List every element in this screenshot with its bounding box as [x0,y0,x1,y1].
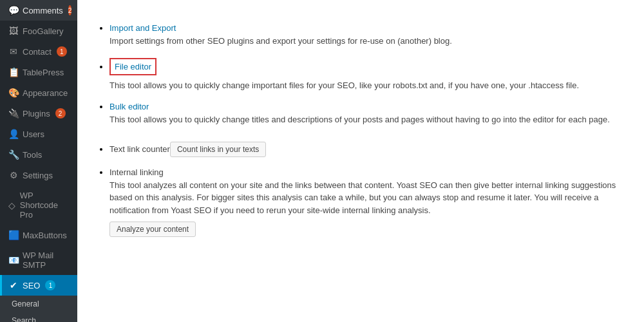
sidebar-item-contact[interactable]: ✉Contact1 [0,41,77,62]
sidebar-icon: 👤 [8,129,19,139]
tool-name-3: Text link counter [109,144,170,154]
sidebar-label: Contact [23,47,52,57]
sidebar-label: Tools [23,150,42,160]
sidebar-label: TablePress [23,68,64,77]
tool-button-4[interactable]: Analyze your content [109,222,196,237]
sidebar-icon: 💬 [8,5,19,15]
tool-item-4: Internal linkingThis tool analyzes all c… [109,167,625,238]
tool-button-3[interactable]: Count links in your texts [170,142,266,157]
sidebar-icon: 🔧 [8,149,19,160]
sidebar-item-foogallery[interactable]: 🖼FooGallery [0,21,77,41]
sidebar-label: WP Mail SMTP [23,251,71,270]
sidebar-label: Users [23,129,44,139]
tool-desc-2: This tool allows you to quickly change t… [109,113,625,126]
sidebar-item-appearance[interactable]: 🎨Appearance [0,82,77,103]
sidebar: 💬Comments2🖼FooGallery✉Contact1📋TablePres… [0,0,77,322]
sidebar-label: Appearance [23,88,68,98]
sidebar-badge: 2 [55,108,66,118]
sidebar-item-tablepress[interactable]: 📋TablePress [0,62,77,82]
sidebar-icon: ⚙ [8,170,19,180]
tool-item-2: Bulk editorThis tool allows you to quick… [109,102,625,126]
file-editor-box: File editor [109,58,156,75]
sidebar-icon: ◇ [8,200,16,211]
tool-desc-4: This tool analyzes all content on your s… [109,179,625,217]
sidebar-icon: 🎨 [8,88,19,98]
tool-item-1: File editorThis tool allows you to quick… [109,58,625,92]
sidebar-icon: ✔ [8,280,19,290]
sidebar-badge: 1 [45,280,55,290]
tool-link-2[interactable]: Bulk editor [109,102,149,111]
sidebar-icon: 🖼 [8,26,19,36]
tool-link-1[interactable]: File editor [115,62,151,71]
sidebar-item-settings[interactable]: ⚙Settings [0,165,77,185]
sidebar-label: FooGallery [23,26,64,36]
tool-desc-0: Import settings from other SEO plugins a… [109,35,625,48]
sidebar-label: Plugins [23,109,50,118]
tool-name-4: Internal linking [109,167,164,177]
sidebar-icon: 🔌 [8,108,19,118]
sidebar-icon: 🟦 [8,230,19,240]
seo-submenu-item-search-appearance[interactable]: Search Appearance [0,312,77,322]
tools-list: Import and ExportImport settings from ot… [97,23,625,237]
tool-desc-1: This tool allows you to quickly change i… [109,79,625,92]
sidebar-label: MaxButtons [23,231,67,240]
tool-link-0[interactable]: Import and Export [109,23,176,33]
sidebar-item-seo[interactable]: ✔SEO1 [0,275,77,296]
main-content: Import and ExportImport settings from ot… [77,0,644,322]
sidebar-label: Settings [23,171,53,180]
sidebar-item-users[interactable]: 👤Users [0,124,77,144]
sidebar-item-maxbuttons[interactable]: 🟦MaxButtons [0,225,77,245]
sidebar-item-wp-mail-smtp[interactable]: 📧WP Mail SMTP [0,245,77,275]
seo-submenu: GeneralSearch AppearanceSearch ConsoleSo… [0,296,77,322]
sidebar-item-plugins[interactable]: 🔌Plugins2 [0,103,77,124]
sidebar-item-tools[interactable]: 🔧Tools [0,144,77,165]
tool-item-3: Text link counterCount links in your tex… [109,137,625,157]
sidebar-icon: 📧 [8,255,19,265]
sidebar-badge: 2 [68,5,72,15]
sidebar-item-comments[interactable]: 💬Comments2 [0,0,77,21]
sidebar-label: WP Shortcode Pro [20,191,71,220]
sidebar-item-wp-shortcode-pro[interactable]: ◇WP Shortcode Pro [0,185,77,225]
sidebar-icon: 📋 [8,67,19,77]
seo-submenu-item-general[interactable]: General [0,296,77,312]
sidebar-badge: 1 [57,46,67,57]
sidebar-icon: ✉ [8,46,19,57]
sidebar-label: SEO [23,281,40,290]
tool-item-0: Import and ExportImport settings from ot… [109,23,625,48]
sidebar-label: Comments [23,6,63,15]
